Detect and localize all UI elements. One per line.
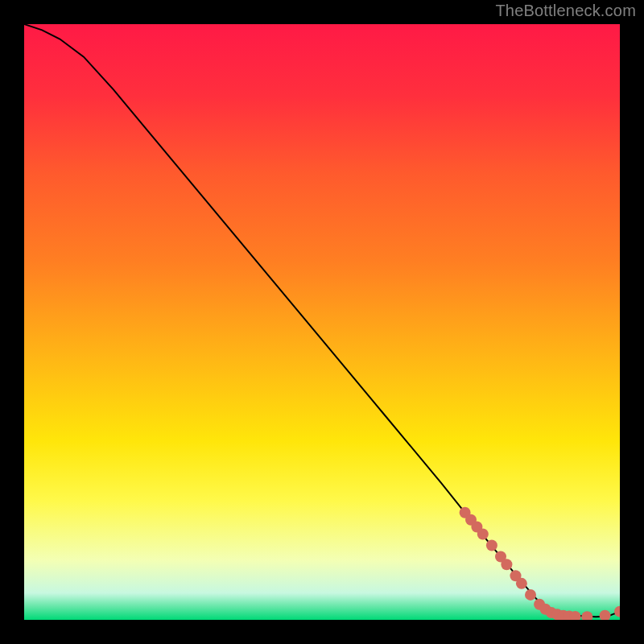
plot-area <box>24 24 620 620</box>
chart-frame: TheBottleneck.com <box>0 0 644 644</box>
chart-svg <box>24 24 620 620</box>
data-marker <box>501 559 512 570</box>
gradient-background <box>24 24 620 620</box>
data-marker <box>477 528 489 539</box>
data-marker <box>525 589 536 601</box>
attribution-label: TheBottleneck.com <box>495 2 636 20</box>
data-marker <box>486 540 497 551</box>
data-marker <box>516 578 527 589</box>
